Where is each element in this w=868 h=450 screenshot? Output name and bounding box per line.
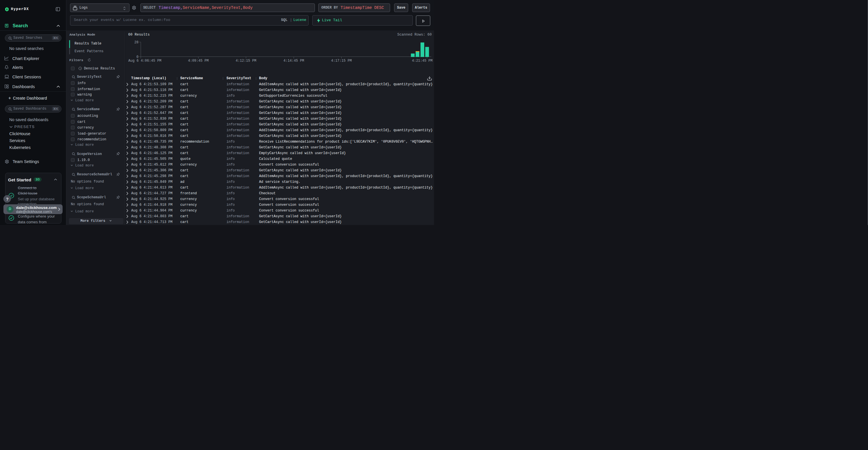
svg-text:28: 28 (134, 40, 138, 44)
svg-text:4:14:45 PM: 4:14:45 PM (283, 59, 304, 63)
svg-text:4:12:15 PM: 4:12:15 PM (236, 59, 256, 63)
svg-text:Aug 6 4:06:45 PM: Aug 6 4:06:45 PM (128, 59, 161, 63)
svg-text:4:21:45 PM: 4:21:45 PM (412, 59, 433, 63)
svg-text:0: 0 (136, 55, 138, 59)
svg-text:4:17:15 PM: 4:17:15 PM (331, 59, 352, 63)
svg-text:4:09:45 PM: 4:09:45 PM (188, 59, 209, 63)
